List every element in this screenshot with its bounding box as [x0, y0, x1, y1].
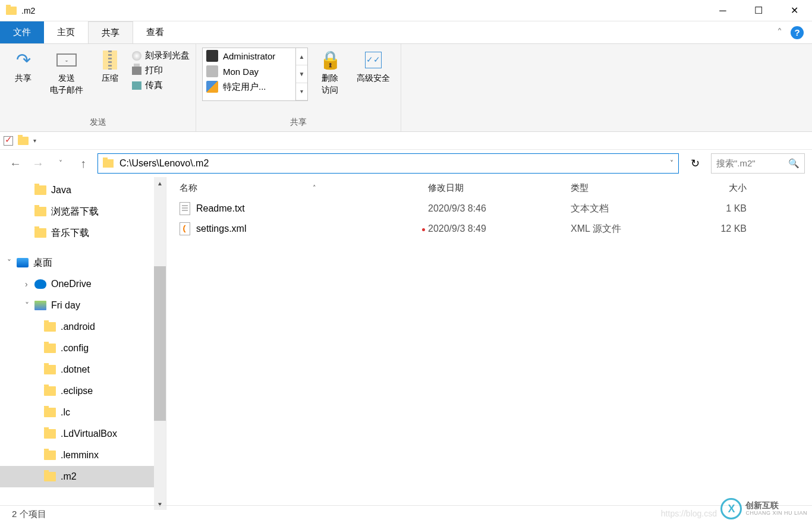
expand-icon[interactable]: ›: [25, 279, 34, 289]
tree-item[interactable]: ˅Fri day: [0, 295, 155, 316]
file-name: settings.xml: [196, 223, 246, 234]
item-count: 2 个项目: [12, 509, 46, 520]
share-specific-users[interactable]: 特定用户...: [203, 79, 295, 94]
remove-access-button[interactable]: 🔒 删除 访问: [313, 48, 347, 98]
tab-file[interactable]: 文件: [0, 21, 44, 43]
tree-item[interactable]: .lc: [0, 402, 155, 423]
disc-icon: [132, 51, 141, 61]
print-icon: [132, 67, 141, 75]
tree-item-label: .eclipse: [61, 386, 93, 396]
xml-file-icon: [180, 222, 190, 235]
burn-button[interactable]: 刻录到光盘: [132, 50, 190, 61]
tree-item-label: .dotnet: [61, 364, 90, 375]
tree-item-label: .android: [61, 322, 95, 332]
tab-home[interactable]: 主页: [44, 21, 88, 43]
tree-item-label: 浏览器下载: [51, 206, 99, 218]
tree-item[interactable]: .lemminx: [0, 445, 155, 466]
file-date: 2020/9/3 8:49: [428, 223, 571, 234]
email-label: 发送 电子邮件: [50, 73, 83, 96]
close-button[interactable]: ✕: [776, 0, 812, 21]
watermark-logo-icon: X: [720, 498, 742, 519]
zip-icon: [100, 50, 120, 70]
minimize-button[interactable]: ─: [705, 0, 741, 21]
email-button[interactable]: 发送 电子邮件: [45, 48, 88, 98]
tree-item[interactable]: Java: [0, 179, 155, 201]
forward-button[interactable]: →: [30, 155, 46, 172]
column-headers: 名称˄ 修改日期 类型 大小: [166, 177, 812, 199]
burn-label: 刻录到光盘: [145, 50, 190, 61]
tree-item[interactable]: 音乐下载: [0, 222, 155, 244]
desktop-icon: [17, 258, 29, 267]
sharewith-scroll-down[interactable]: ▼: [296, 65, 307, 83]
col-size[interactable]: 大小: [693, 182, 764, 194]
refresh-button[interactable]: ↻: [685, 153, 705, 174]
nav-tree: Java浏览器下载音乐下载˅桌面›OneDrive˅Fri day.androi…: [0, 177, 166, 510]
main-area: Java浏览器下载音乐下载˅桌面›OneDrive˅Fri day.androi…: [0, 177, 812, 510]
sharewith-scroll-up[interactable]: ▲: [296, 48, 307, 65]
help-button[interactable]: ?: [791, 26, 804, 39]
scroll-up[interactable]: ▲: [154, 177, 166, 189]
tab-share[interactable]: 共享: [88, 21, 133, 43]
file-row[interactable]: Readme.txt2020/9/3 8:46文本文档1 KB: [166, 199, 812, 219]
tree-item[interactable]: ˅桌面: [0, 252, 155, 273]
tree-item-label: .m2: [61, 471, 77, 482]
back-button[interactable]: ←: [7, 155, 24, 172]
watermark: X 创新互联 CHUANG XIN HU LIAN: [720, 498, 807, 519]
recent-dropdown[interactable]: ˅: [52, 155, 69, 172]
tree-item-label: 音乐下载: [51, 227, 89, 240]
tab-view[interactable]: 查看: [133, 21, 177, 43]
file-size: 12 KB: [693, 223, 764, 234]
share-with-list[interactable]: Administrator Mon Day 特定用户... ▲ ▼ ▾: [202, 48, 308, 101]
address-bar[interactable]: ˅: [97, 153, 679, 174]
tree-item[interactable]: .m2: [0, 466, 155, 487]
qat-dropdown[interactable]: ▾: [33, 137, 36, 144]
tree-item[interactable]: .android: [0, 316, 155, 338]
tree-scrollbar[interactable]: ▲ ▼: [154, 177, 166, 510]
tree-item-label: .lc: [61, 407, 70, 418]
share-user-admin[interactable]: Administrator: [203, 48, 295, 64]
address-dropdown[interactable]: ˅: [670, 159, 673, 168]
advanced-security-label: 高级安全: [357, 73, 390, 84]
address-input[interactable]: [119, 158, 670, 169]
tree-item[interactable]: .dotnet: [0, 359, 155, 380]
share-user-monday[interactable]: Mon Day: [203, 64, 295, 79]
share-user-label: Administrator: [223, 51, 275, 61]
folder-icon: [44, 322, 56, 332]
collapse-ribbon-button[interactable]: ˄: [777, 26, 782, 39]
tree-item[interactable]: 浏览器下载: [0, 201, 155, 222]
tree-item[interactable]: .config: [0, 338, 155, 359]
tree-item-label: .LdVirtualBox: [61, 429, 117, 439]
share-button[interactable]: ↷ 共享: [6, 48, 40, 87]
tree-item[interactable]: ›OneDrive: [0, 273, 155, 295]
faint-watermark-text: https://blog.csd: [661, 509, 717, 518]
select-checkbox[interactable]: [4, 136, 13, 146]
folder-icon: [6, 7, 17, 15]
watermark-sub: CHUANG XIN HU LIAN: [745, 511, 807, 516]
tree-item-label: .lemminx: [61, 450, 99, 461]
avatar-icon: [206, 65, 218, 77]
print-label: 打印: [145, 65, 163, 76]
tree-item[interactable]: .LdVirtualBox: [0, 423, 155, 445]
col-name[interactable]: 名称˄: [166, 182, 428, 194]
col-date[interactable]: 修改日期: [428, 182, 571, 194]
expand-icon[interactable]: ˅: [25, 301, 34, 310]
expand-icon[interactable]: ˅: [7, 258, 17, 267]
navigation-bar: ← → ˅ ↑ ˅ ↻ 搜索".m2" 🔍: [0, 150, 812, 177]
col-type[interactable]: 类型: [571, 182, 693, 194]
file-type: XML 源文件: [571, 223, 693, 235]
maximize-button[interactable]: ☐: [741, 0, 776, 21]
scroll-thumb[interactable]: [154, 266, 166, 421]
tree-item[interactable]: .eclipse: [0, 380, 155, 402]
lock-icon: 🔒: [320, 50, 340, 70]
fax-button[interactable]: 传真: [132, 80, 190, 91]
print-button[interactable]: 打印: [132, 65, 190, 76]
up-button[interactable]: ↑: [75, 155, 92, 172]
file-row[interactable]: settings.xml2020/9/3 8:49XML 源文件12 KB: [166, 219, 812, 239]
tree-item-label: .config: [61, 343, 89, 354]
search-box[interactable]: 搜索".m2" 🔍: [711, 153, 805, 174]
advanced-security-button[interactable]: ✓✓ 高级安全: [352, 48, 395, 87]
tree-item-label: OneDrive: [51, 279, 92, 289]
zip-button[interactable]: 压缩: [93, 48, 127, 87]
title-bar: .m2 ─ ☐ ✕: [0, 0, 812, 21]
sharewith-expand[interactable]: ▾: [296, 83, 307, 100]
